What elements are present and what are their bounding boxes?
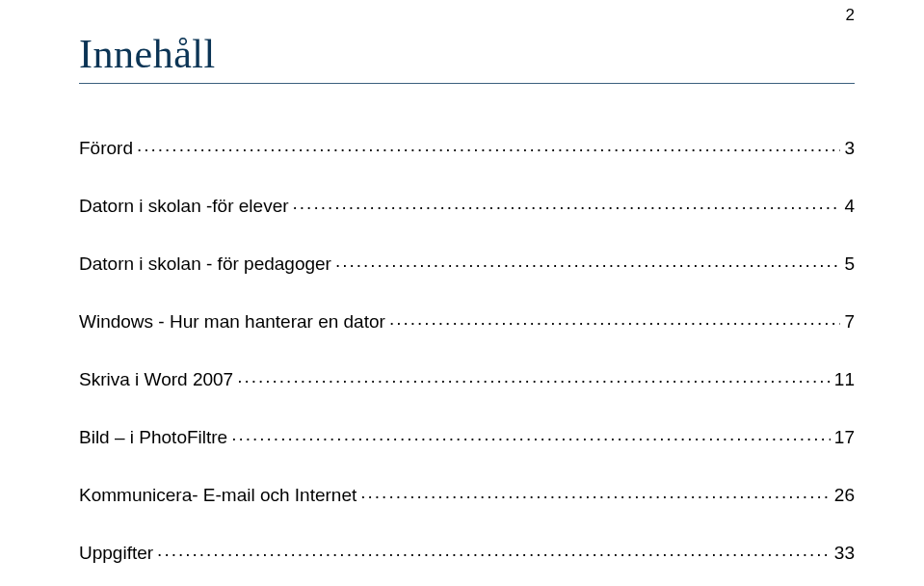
toc-leader: [237, 367, 831, 386]
toc-label: Uppgifter: [79, 544, 153, 562]
toc-leader: [137, 136, 840, 154]
document-page: 2 Innehåll Förord 3 Datorn i skolan -för…: [0, 0, 924, 586]
toc-label: Skriva i Word 2007: [79, 370, 233, 388]
toc-label: Bild – i PhotoFiltre: [79, 428, 227, 446]
toc-entry: Kommunicera- E-mail och Internet 26: [79, 483, 855, 504]
toc-entry: Skriva i Word 2007 11: [79, 367, 855, 388]
page-title: Innehåll: [79, 31, 855, 77]
toc-leader: [335, 252, 840, 270]
toc-page-number: 5: [844, 254, 855, 273]
toc-page-number: 17: [834, 428, 855, 446]
toc-leader: [293, 194, 841, 212]
toc-page-number: 3: [844, 139, 855, 157]
title-underline: [79, 83, 855, 84]
toc-label: Förord: [79, 139, 133, 157]
toc-label: Kommunicera- E-mail och Internet: [79, 486, 356, 504]
toc-leader: [360, 483, 831, 501]
toc-entry: Förord 3: [79, 136, 855, 157]
toc-label: Windows - Hur man hanterar en dator: [79, 312, 385, 331]
toc-leader: [231, 425, 831, 443]
toc-page-number: 33: [834, 544, 855, 562]
toc-leader: [389, 309, 841, 328]
toc-leader: [157, 541, 831, 559]
table-of-contents: Förord 3 Datorn i skolan -för elever 4 D…: [79, 136, 855, 586]
toc-entry: Windows - Hur man hanterar en dator 7: [79, 309, 855, 331]
toc-label: Datorn i skolan -för elever: [79, 197, 289, 215]
toc-page-number: 7: [844, 312, 855, 331]
toc-entry: Datorn i skolan - för pedagoger 5: [79, 252, 855, 273]
toc-page-number: 4: [844, 197, 855, 215]
toc-entry: Datorn i skolan -för elever 4: [79, 194, 855, 215]
toc-entry: Uppgifter 33: [79, 541, 855, 562]
page-number: 2: [846, 6, 855, 25]
toc-page-number: 26: [834, 486, 855, 504]
toc-entry: Bild – i PhotoFiltre 17: [79, 425, 855, 446]
toc-label: Datorn i skolan - för pedagoger: [79, 254, 331, 273]
toc-page-number: 11: [834, 370, 855, 388]
